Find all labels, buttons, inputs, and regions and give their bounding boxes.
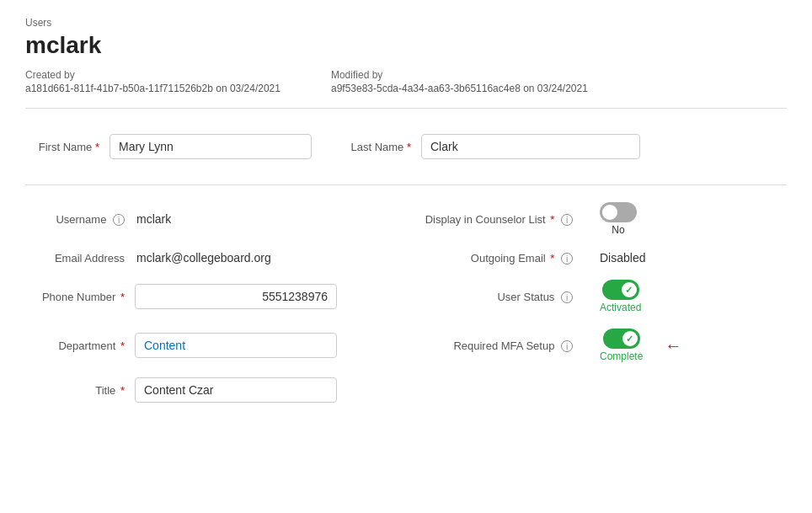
last-name-label: Last Name * — [345, 141, 421, 153]
divider-name — [25, 184, 787, 185]
outgoing-email-info-icon[interactable]: i — [561, 253, 573, 265]
display-counselor-status: No — [612, 224, 624, 236]
required-mfa-info-icon[interactable]: i — [561, 340, 573, 352]
last-name-input[interactable] — [421, 134, 640, 159]
outgoing-email-value: Disabled — [600, 251, 645, 265]
modified-by-value: a9f53e83-5cda-4a34-aa63-3b65116ac4e8 on … — [331, 83, 588, 94]
user-status-label: User Status i — [414, 291, 583, 303]
username-label: Username i — [25, 213, 135, 226]
display-counselor-toggle[interactable] — [600, 202, 637, 222]
email-label: Email Address — [25, 252, 135, 265]
breadcrumb: Users — [25, 17, 787, 29]
user-status-value: Activated — [600, 302, 641, 313]
modified-by-label: Modified by — [331, 69, 588, 81]
created-by-label: Created by — [25, 69, 280, 81]
required-mfa-value: Complete — [600, 350, 643, 362]
username-info-icon[interactable]: i — [113, 214, 125, 226]
phone-input[interactable] — [135, 284, 337, 309]
required-mfa-label: Required MFA Setup i — [414, 339, 583, 352]
title-label: Title * — [25, 384, 135, 397]
required-mfa-toggle[interactable] — [603, 329, 640, 349]
created-by-value: a181d661-811f-41b7-b50a-11f711526b2b on … — [25, 83, 280, 94]
red-arrow-icon: ← — [665, 336, 681, 355]
title-input[interactable] — [135, 377, 337, 403]
page-title: mclark — [25, 32, 787, 59]
department-input[interactable] — [135, 333, 337, 358]
username-value: mclark — [135, 212, 171, 226]
email-value: mclark@collegeboard.org — [135, 251, 271, 265]
display-counselor-info-icon[interactable]: i — [561, 214, 573, 226]
first-name-label: First Name * — [25, 141, 110, 153]
user-status-info-icon[interactable]: i — [561, 291, 573, 303]
outgoing-email-label: Outgoing Email * i — [414, 252, 583, 265]
phone-label: Phone Number * — [25, 291, 135, 303]
user-status-toggle[interactable] — [602, 280, 639, 300]
display-counselor-label: Display in Counselor List * i — [414, 213, 583, 226]
divider-meta — [25, 108, 787, 109]
department-label: Department * — [25, 339, 135, 352]
first-name-input[interactable] — [110, 134, 312, 159]
